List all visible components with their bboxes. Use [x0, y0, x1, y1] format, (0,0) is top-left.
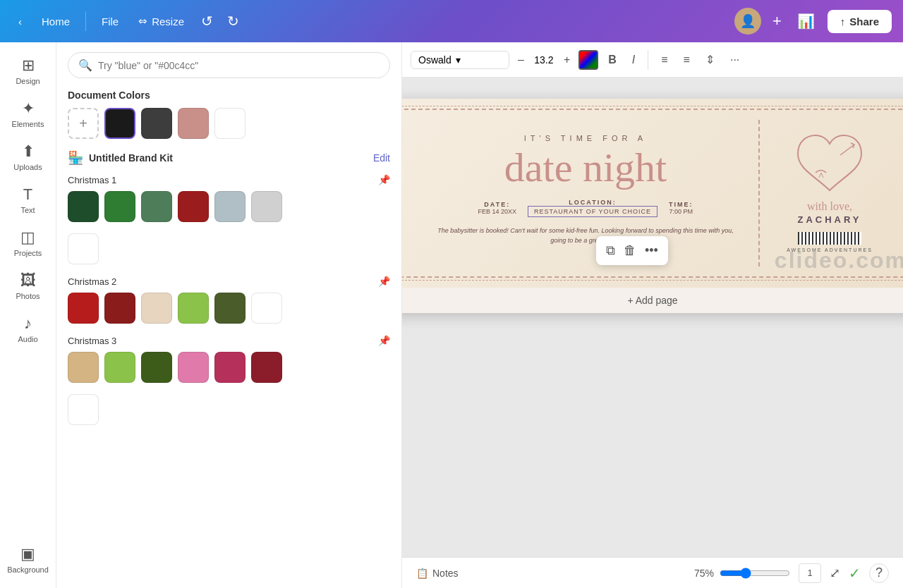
uploads-icon: ⬆ — [22, 142, 35, 161]
photos-icon: 🖼 — [20, 271, 36, 290]
elements-icon: ✦ — [22, 99, 35, 118]
home-button[interactable]: Home — [35, 11, 77, 32]
card-title-top: IT'S TIME FOR A — [427, 134, 744, 142]
palette-3-pin-icon[interactable]: 📌 — [378, 335, 390, 346]
p2-swatch-5[interactable] — [214, 293, 246, 324]
increase-size-button[interactable]: + — [559, 51, 574, 69]
list-button[interactable]: ≡ — [678, 51, 696, 69]
text-color-indicator[interactable] — [578, 50, 598, 70]
p3-swatch-3[interactable] — [141, 352, 172, 383]
palette-2-header: Christmas 2 📌 — [68, 276, 390, 287]
card-time-section: TIME: 7:00 PM — [669, 201, 693, 215]
search-icon: 🔍 — [78, 59, 92, 72]
sidebar-item-audio[interactable]: ♪ Audio — [3, 309, 54, 349]
avatar[interactable]: 👤 — [734, 8, 761, 35]
sidebar-item-photos[interactable]: 🖼 Photos — [3, 266, 54, 306]
undo-button[interactable]: ↺ — [197, 8, 217, 34]
bottom-bar: 📋 Notes 75% 1 ⤢ ✓ ? — [402, 557, 903, 588]
back-button[interactable]: ‹ — [11, 11, 29, 32]
p1-swatch-7[interactable] — [68, 233, 99, 264]
background-icon: ▣ — [20, 545, 35, 563]
sidebar-item-projects[interactable]: ◫ Projects — [3, 223, 54, 263]
sidebar-item-background[interactable]: ▣ Background — [3, 539, 54, 580]
p2-swatch-6[interactable] — [251, 293, 282, 324]
add-color-button[interactable]: + — [68, 108, 99, 139]
palette-2-pin-icon[interactable]: 📌 — [378, 276, 390, 287]
p3-swatch-6[interactable] — [251, 352, 282, 383]
float-delete-button[interactable]: 🗑 — [621, 240, 639, 261]
p3-swatch-4[interactable] — [178, 352, 209, 383]
svg-line-2 — [821, 173, 823, 178]
p2-swatch-3[interactable] — [141, 293, 172, 324]
palette-1-swatches — [68, 191, 390, 222]
svg-line-1 — [819, 173, 821, 178]
color-swatch-black[interactable] — [104, 108, 135, 139]
p2-swatch-4[interactable] — [178, 293, 209, 324]
p1-swatch-2[interactable] — [104, 191, 135, 222]
brand-kit-edit-button[interactable]: Edit — [373, 152, 390, 164]
notes-button[interactable]: 📋 Notes — [416, 568, 459, 579]
palette-3-header: Christmas 3 📌 — [68, 335, 390, 346]
sidebar-item-text[interactable]: T Text — [3, 180, 54, 220]
analytics-icon: 📊 — [797, 13, 815, 30]
p3-swatch-1[interactable] — [68, 352, 99, 383]
zoom-slider[interactable] — [720, 568, 790, 579]
palette-christmas-3: Christmas 3 📌 — [68, 335, 390, 425]
resize-button[interactable]: ⇔ Resize — [131, 11, 191, 32]
p3-swatch-2[interactable] — [104, 352, 135, 383]
analytics-button[interactable]: 📊 — [793, 8, 819, 34]
float-more-button[interactable]: ••• — [642, 240, 661, 261]
header-right: 👤 + 📊 ↑ Share — [734, 8, 892, 35]
add-page-button[interactable]: + Add page — [402, 288, 903, 313]
palette-2-name: Christmas 2 — [68, 276, 378, 287]
p1-swatch-4[interactable] — [178, 191, 209, 222]
p2-swatch-1[interactable] — [68, 293, 99, 324]
p1-swatch-5[interactable] — [214, 191, 246, 222]
palette-2-swatches — [68, 293, 390, 324]
font-selector[interactable]: Oswald ▾ — [411, 51, 509, 69]
main-area: ⊞ Design ✦ Elements ⬆ Uploads T Text ◫ P… — [0, 42, 903, 588]
file-button[interactable]: File — [95, 11, 126, 32]
search-bar[interactable]: 🔍 — [68, 52, 390, 78]
p3-swatch-extra[interactable] — [68, 394, 99, 425]
card-location-section: LOCATION: RESTAURANT OF YOUR CHOICE — [528, 199, 657, 217]
card-info-row: DATE: FEB 14 20XX LOCATION: RESTAURANT O… — [427, 199, 744, 217]
p2-swatch-2[interactable] — [104, 293, 135, 324]
sidebar-item-uploads[interactable]: ⬆ Uploads — [3, 137, 54, 177]
color-swatch-rose[interactable] — [178, 108, 209, 139]
help-button[interactable]: ? — [869, 563, 889, 583]
more-options-button[interactable]: ··· — [725, 51, 745, 69]
card-description: The babysitter is booked! Can't wait for… — [427, 226, 744, 246]
spacing-button[interactable]: ⇕ — [700, 50, 720, 69]
bold-button[interactable]: B — [602, 51, 622, 69]
home-label: Home — [42, 16, 70, 27]
canvas[interactable]: IT'S TIME FOR A date night DATE: FEB — [402, 99, 903, 313]
p1-swatch-6[interactable] — [251, 191, 282, 222]
add-collaborator-button[interactable]: + — [770, 9, 784, 33]
color-swatch-white[interactable] — [214, 108, 246, 139]
page-indicator: 1 — [799, 563, 821, 583]
p3-swatch-5[interactable] — [214, 352, 246, 383]
fullscreen-button[interactable]: ⤢ — [830, 565, 840, 581]
canvas-row: IT'S TIME FOR A date night DATE: FEB — [402, 99, 903, 313]
share-button[interactable]: ↑ Share — [828, 10, 892, 33]
header: ‹ Home File ⇔ Resize ↺ ↻ 👤 + 📊 ↑ Share — [0, 0, 903, 42]
heart-svg — [794, 134, 865, 197]
toolbar: Oswald ▾ – 13.2 + B I ≡ ≡ ⇕ ··· — [402, 42, 903, 78]
align-button[interactable]: ≡ — [655, 51, 673, 69]
color-swatch-darkgray[interactable] — [141, 108, 172, 139]
check-button[interactable]: ✓ — [849, 565, 861, 582]
p1-swatch-1[interactable] — [68, 191, 99, 222]
color-panel: 🔍 Document Colors + 🏪 Untitled Brand Kit… — [56, 42, 402, 588]
palette-1-pin-icon[interactable]: 📌 — [378, 174, 390, 185]
search-input[interactable] — [98, 60, 380, 71]
float-copy-button[interactable]: ⧉ — [603, 240, 618, 261]
toolbar-separator — [648, 50, 648, 70]
sidebar-icons: ⊞ Design ✦ Elements ⬆ Uploads T Text ◫ P… — [0, 42, 56, 588]
decrease-size-button[interactable]: – — [514, 51, 528, 69]
italic-button[interactable]: I — [626, 51, 641, 69]
p1-swatch-3[interactable] — [141, 191, 172, 222]
redo-button[interactable]: ↻ — [223, 8, 243, 34]
sidebar-item-design[interactable]: ⊞ Design — [3, 51, 54, 91]
sidebar-item-elements[interactable]: ✦ Elements — [3, 94, 54, 134]
